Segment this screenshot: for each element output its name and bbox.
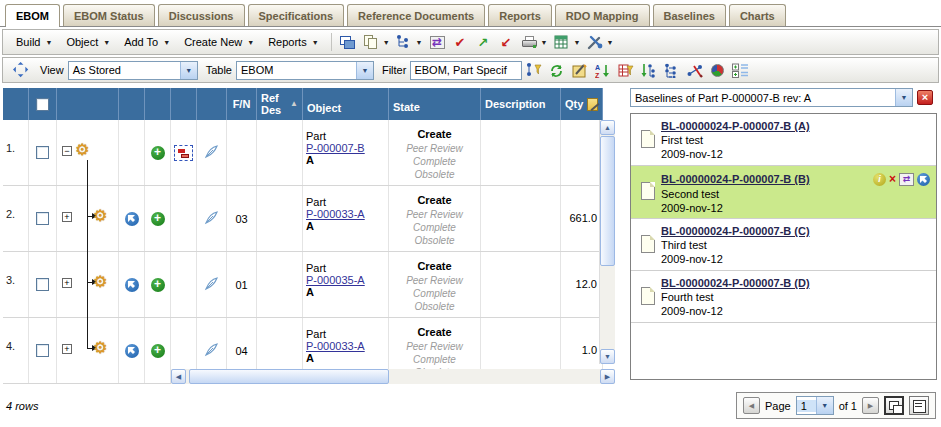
object-link[interactable]: P-000033-A [306,340,385,352]
baseline-list-item[interactable]: BL-00000024-P-000007-B (A) First test 20… [631,114,936,166]
structure-levels-icon[interactable] [661,60,682,80]
header-object[interactable]: Object [303,88,389,120]
delete-icon[interactable]: × [889,172,896,186]
add-icon[interactable]: + [151,212,165,226]
single-view-button[interactable] [909,396,929,415]
header-description[interactable]: Description [481,88,561,120]
expand-icon[interactable]: + [62,344,72,354]
add-icon[interactable]: + [151,146,165,160]
demote-icon[interactable]: ↙ [496,32,517,52]
object-link[interactable]: P-000033-A [306,208,385,220]
add-icon[interactable]: + [151,344,165,358]
chart-icon[interactable] [707,60,728,80]
compare-icon[interactable]: ⇄ [899,173,914,186]
expand-all-icon[interactable] [10,60,31,80]
goto-icon[interactable] [917,173,930,186]
select-all-checkbox[interactable] [36,98,49,111]
info-icon[interactable]: i [873,173,886,186]
tab-ebom-status[interactable]: EBOM Status [63,4,155,26]
baseline-link[interactable]: BL-00000024-P-000007-B (B) [661,173,810,185]
close-panel-button[interactable]: × [917,90,933,105]
object-link[interactable]: P-000007-B [306,142,385,154]
baseline-link[interactable]: BL-00000024-P-000007-B (A) [661,120,810,132]
scroll-right-icon[interactable]: ▶ [600,369,615,384]
expand-icon[interactable]: + [62,212,72,222]
multi-frame-view-button[interactable] [884,396,904,415]
edit-feather-icon[interactable] [204,144,219,161]
row-checkbox[interactable] [36,146,49,159]
remove-filter-icon[interactable] [615,60,636,80]
edit-mode-icon[interactable] [569,60,590,80]
add-icon[interactable]: + [151,278,165,292]
scroll-down-icon[interactable]: ▼ [600,349,615,364]
menu-build[interactable]: Build▼ [9,34,59,50]
thumbnail-icon[interactable] [174,145,193,161]
chevron-down-icon[interactable]: ▼ [541,39,548,46]
validate-check-icon[interactable]: ✔ [450,32,471,52]
baseline-filter-select[interactable]: Baselines of Part P-000007-B rev: A ▼ [630,88,913,107]
scroll-up-icon[interactable]: ▲ [600,120,615,135]
tab-specifications[interactable]: Specifications [248,4,345,26]
menu-add-to[interactable]: Add To▼ [117,34,177,50]
tab-reports[interactable]: Reports [488,4,552,26]
tab-rdo-mapping[interactable]: RDO Mapping [555,4,650,26]
edit-feather-icon[interactable] [204,276,219,293]
sort-structure-icon[interactable] [638,60,659,80]
paste-structure-icon[interactable] [394,32,415,52]
table-select[interactable]: EBOM ▼ [236,61,374,80]
export-table-icon[interactable] [551,32,572,52]
baseline-list-item[interactable]: BL-00000024-P-000007-B (C) Third test 20… [631,219,936,271]
prev-page-button[interactable]: ◀ [743,397,760,414]
refresh-icon[interactable] [546,60,567,80]
chevron-down-icon[interactable]: ▼ [573,39,580,46]
expand-icon[interactable]: + [62,278,72,288]
tab-discussions[interactable]: Discussions [158,4,245,26]
expand-levels-icon[interactable] [730,60,751,80]
promote-icon[interactable]: ↗ [473,32,494,52]
menu-object[interactable]: Object▼ [59,34,117,50]
chevron-down-icon[interactable]: ▼ [606,39,613,46]
vertical-scrollbar[interactable]: ▲ ▼ [599,120,615,364]
baseline-link[interactable]: BL-00000024-P-000007-B (D) [661,277,810,289]
tab-baselines[interactable]: Baselines [653,4,726,26]
chevron-down-icon[interactable]: ▼ [416,39,423,46]
header-fn[interactable]: F/N [227,88,257,120]
filter-structure-icon[interactable] [523,60,544,80]
goto-icon[interactable] [125,212,139,226]
page-select[interactable]: 1 ▼ [796,396,834,415]
filter-input[interactable] [410,61,522,80]
goto-icon[interactable] [125,278,139,292]
object-link[interactable]: P-000035-A [306,274,385,286]
header-state[interactable]: State [389,88,481,120]
tab-charts[interactable]: Charts [729,4,786,26]
scrollbar-thumb[interactable] [189,369,389,384]
row-checkbox[interactable] [36,278,49,291]
header-qty[interactable]: Qty [561,88,603,120]
view-select[interactable]: As Stored ▼ [68,61,198,80]
chevron-down-icon[interactable]: ▼ [383,39,390,46]
next-page-button[interactable]: ▶ [862,397,879,414]
menu-reports[interactable]: Reports▼ [261,34,325,50]
goto-icon[interactable] [125,344,139,358]
horizontal-scrollbar[interactable]: ◀ ▶ [171,369,615,384]
frames-view-icon[interactable] [338,32,359,52]
mass-edit-icon[interactable] [587,98,598,111]
scrollbar-thumb[interactable] [600,136,615,266]
baseline-list-item[interactable]: BL-00000024-P-000007-B (D) Fourth test 2… [631,271,936,323]
menu-create-new[interactable]: Create New▼ [177,34,261,50]
collapse-icon[interactable]: − [62,146,72,156]
compare-icon[interactable]: ⇄ [427,32,448,52]
copy-icon[interactable] [361,32,382,52]
sort-az-icon[interactable]: AZ [592,60,613,80]
print-icon[interactable] [519,32,540,52]
edit-feather-icon[interactable] [204,342,219,359]
scroll-left-icon[interactable]: ◀ [171,369,186,384]
tab-ebom[interactable]: EBOM [5,4,60,26]
disconnect-icon[interactable] [684,60,705,80]
tools-icon[interactable] [584,32,605,52]
baseline-list-item-selected[interactable]: BL-00000024-P-000007-B (B) i × ⇄ Second … [631,166,936,219]
row-checkbox[interactable] [36,344,49,357]
tab-reference-documents[interactable]: Reference Documents [347,4,485,26]
header-refdes[interactable]: Ref Des▲ [257,88,303,120]
edit-feather-icon[interactable] [204,210,219,227]
